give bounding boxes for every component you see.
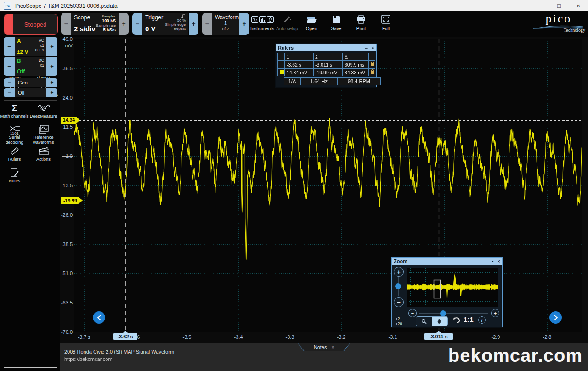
sidebar-item-actions[interactable]: Actions [29, 145, 58, 166]
channel-a-increase-button[interactable]: + [46, 37, 57, 56]
channel-a-name: A [17, 38, 28, 45]
rpm-value: 98.4 RPM [337, 77, 381, 85]
zoom-close-button[interactable]: × [498, 259, 500, 264]
note-pencil-icon [10, 167, 20, 178]
rulers-panel-titlebar[interactable]: Rulers – × [276, 44, 376, 51]
waveform-next-button[interactable]: + [239, 13, 249, 35]
waveform-panel[interactable]: Waveform 1 of 2 [212, 13, 239, 35]
rulers-panel[interactable]: Rulers – × 1 2 Δ -3.62 s -3.011 s 609.9 … [276, 44, 377, 87]
channel-b-increase-button[interactable]: + [46, 57, 57, 76]
x-axis-tick: -2.9 [484, 334, 507, 340]
deepmeasure-wave-icon [38, 102, 50, 113]
scope-panel[interactable]: Scope 2 s/div Samples 100 kS Sample rate… [71, 13, 119, 35]
y-axis-tick: 11.5 [60, 124, 73, 129]
zoom-maximize-button[interactable]: ▪ [492, 259, 494, 264]
sidebar-item-label: Rulers [8, 157, 21, 162]
channel-a-panel[interactable]: A ±2 V AC x1 8 + 2 [15, 37, 46, 56]
zoom-panel[interactable]: Zoom – ▪ × + − − + x2 x20 [391, 257, 503, 327]
magic-wand-icon [283, 13, 292, 25]
window-maximize-button[interactable]: □ [549, 0, 569, 11]
rulers-minimize-button[interactable]: – [365, 45, 368, 51]
open-button[interactable]: Open [299, 13, 324, 35]
time-ruler-tag-1[interactable]: -3.62 s [113, 333, 137, 340]
lock-icon[interactable] [371, 71, 374, 74]
chevron-left-icon [97, 315, 102, 320]
voltage-ruler-tag-2[interactable]: -19.99 [61, 197, 83, 204]
generator-increase-button[interactable]: + [46, 78, 57, 87]
ruler-voltage-delta-value: 34.33 mV [343, 68, 368, 76]
generator-state-decrease-button[interactable]: − [4, 88, 15, 97]
generator-decrease-button[interactable]: − [4, 78, 15, 87]
time-ruler-tag-2[interactable]: -3.011 s [424, 333, 453, 340]
zoom-ratio-label[interactable]: 1:1 [464, 315, 474, 323]
y-axis-unit: mV [60, 43, 73, 48]
zoom-minimize-button[interactable]: – [486, 259, 488, 264]
zoom-overview-canvas[interactable] [407, 268, 498, 307]
generator-state-increase-button[interactable]: + [46, 88, 57, 97]
sidebar-item-deepmeasure[interactable]: DeepMeasure [29, 101, 58, 123]
lock-icon[interactable] [371, 63, 374, 66]
sidebar-item-math-channels[interactable]: ΣMath channels [0, 101, 29, 123]
horizontal-zoom-knob[interactable] [440, 310, 446, 316]
stopped-button[interactable]: Stopped [4, 14, 58, 35]
channel-b-decrease-button[interactable]: − [4, 57, 15, 76]
waveform-number: 1 [215, 20, 236, 27]
waveform-title: Waveform [215, 14, 236, 20]
channel-b-block: − B Off DC x1 + [4, 57, 57, 76]
undo-icon[interactable] [452, 317, 461, 323]
zoom-out-vertical-button[interactable]: − [394, 297, 404, 307]
reference-waveform-icon [39, 124, 49, 135]
rulers-delta-header: Δ [343, 53, 368, 61]
window-close-button[interactable]: × [569, 0, 588, 11]
sidebar-item-label: Notes [9, 179, 20, 183]
y-axis-tick: -13.5 [60, 183, 73, 188]
sidebar-scroll-indicator[interactable] [4, 367, 57, 368]
notes-tab[interactable]: Notes × [298, 343, 350, 351]
voltage-ruler-tag-1[interactable]: 14.34 [61, 117, 80, 124]
open-folder-icon [306, 13, 317, 25]
zoom-panel-titlebar[interactable]: Zoom – ▪ × [392, 258, 502, 265]
channel-a-decrease-button[interactable]: − [4, 37, 15, 56]
scope-decrease-button[interactable]: − [61, 13, 71, 35]
zoom-in-vertical-button[interactable]: + [394, 267, 404, 277]
generator-label[interactable]: Gen [15, 78, 46, 87]
window-minimize-button[interactable]: – [530, 0, 549, 11]
horizontal-zoom-track[interactable] [419, 313, 488, 314]
sidebar-item-reference-waveforms[interactable]: Reference waveforms [29, 123, 58, 145]
channel-a-coupling: AC [35, 38, 44, 43]
trigger-increase-button[interactable]: + [189, 13, 198, 35]
rulers-table: 1 2 Δ -3.62 s -3.011 s 609.9 ms 14.34 mV… [277, 53, 375, 76]
save-floppy-icon [332, 13, 341, 25]
scope-increase-button[interactable]: + [119, 13, 129, 35]
auto-setup-button[interactable]: Auto setup [274, 13, 300, 35]
app: { "window": { "title": "PicoScope 7 T&M … [0, 0, 588, 371]
trigger-group: − Trigger 0 V 50 % Simple edge Repeat + [132, 13, 198, 35]
y-axis-tick: -76.0 [60, 329, 73, 335]
pan-tool-button[interactable] [432, 317, 447, 326]
ruler-voltage-2-value: -19.99 mV [313, 68, 343, 76]
zoom-out-horizontal-button[interactable]: − [408, 309, 417, 317]
sidebar-item-serial-decoding[interactable]: 1101Serial decoding [0, 123, 29, 145]
zoom-tool-button[interactable] [416, 317, 432, 326]
generator-state-label[interactable]: Off [15, 88, 46, 97]
trigger-percent: 50 % [165, 18, 186, 22]
trigger-decrease-button[interactable]: − [132, 13, 142, 35]
instruments-button[interactable]: Instruments [249, 13, 275, 35]
sidebar-item-rulers[interactable]: Rulers [0, 145, 29, 166]
rulers-close-button[interactable]: × [372, 45, 374, 51]
full-screen-button[interactable]: Full [373, 13, 399, 35]
zoom-in-horizontal-button[interactable]: + [491, 309, 499, 317]
print-button[interactable]: Print [348, 13, 374, 35]
sidebar-item-notes[interactable]: Notes [0, 166, 29, 188]
info-icon[interactable]: i [478, 316, 486, 324]
pan-left-button[interactable] [93, 311, 105, 324]
trigger-panel[interactable]: Trigger 0 V 50 % Simple edge Repeat [142, 13, 188, 35]
watermark: bekomcar.com [448, 345, 582, 366]
notes-tab-close-icon[interactable]: × [331, 345, 334, 350]
clapperboard-icon [38, 146, 49, 157]
waveform-prev-button[interactable]: − [202, 13, 212, 35]
vertical-zoom-knob[interactable] [395, 283, 401, 289]
save-button[interactable]: Save [323, 13, 349, 35]
pan-right-button[interactable] [549, 311, 562, 324]
channel-b-panel[interactable]: B Off DC x1 [15, 57, 46, 76]
